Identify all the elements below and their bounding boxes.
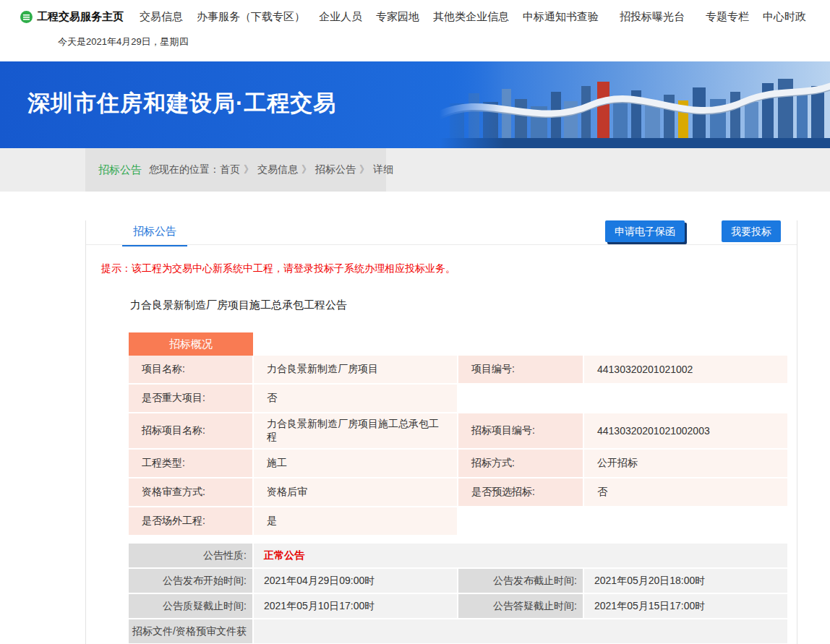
- breadcrumb-link-trade-info[interactable]: 交易信息: [257, 163, 298, 176]
- nav-item-special-columns[interactable]: 专题专栏: [706, 10, 749, 24]
- table-label: 招标项目编号:: [458, 413, 583, 448]
- page: 工程交易服务主页 交易信息 办事服务（下载专区） 企业人员 专家园地 其他类企业…: [0, 0, 830, 644]
- nav-item-trade-info[interactable]: 交易信息: [140, 10, 183, 24]
- top-navigation: 工程交易服务主页 交易信息 办事服务（下载专区） 企业人员 专家园地 其他类企业…: [0, 0, 830, 61]
- table-label: 公告发布开始时间:: [129, 569, 252, 593]
- table-label: 公告性质:: [129, 544, 252, 567]
- site-title: 深圳市住房和建设局·工程交易: [27, 88, 336, 119]
- table-empty-cell: [458, 385, 583, 412]
- table-label: 是否重大项目:: [129, 385, 252, 412]
- current-date-text: 今天是2021年4月29日，星期四: [0, 24, 830, 48]
- nav-item-enterprise-personnel[interactable]: 企业人员: [319, 10, 362, 24]
- table-value: [254, 619, 787, 643]
- breadcrumb: 招标公告 您现在的位置： 首页 》 交易信息 》 招标公告 》 详细: [85, 148, 386, 192]
- table-value: 44130320201021002003: [584, 413, 787, 448]
- breadcrumb-separator: 》: [244, 163, 254, 176]
- city-skyline-illustration: [440, 61, 830, 148]
- breadcrumb-current-detail: 详细: [373, 163, 393, 176]
- table-label: 项目名称:: [129, 356, 252, 383]
- table-value: 2021年05月10日17:00时: [254, 594, 457, 618]
- bid-overview-table: 项目名称: 力合良景新制造厂房项目 项目编号: 4413032020102100…: [129, 356, 789, 535]
- table-value: 公开招标: [584, 450, 787, 477]
- table-value: 44130320201021002: [584, 356, 787, 383]
- table-label: 资格审查方式:: [129, 478, 252, 506]
- breadcrumb-separator: 》: [301, 163, 312, 176]
- announcement-nature-value: 正常公告: [254, 544, 787, 567]
- table-value: 是: [254, 507, 457, 535]
- nav-item-other-enterprise-info[interactable]: 其他类企业信息: [433, 10, 509, 24]
- nav-item-home[interactable]: 工程交易服务主页: [37, 10, 124, 24]
- table-value: 施工: [254, 450, 457, 477]
- announcement-title: 力合良景新制造厂房项目施工总承包工程公告: [130, 299, 797, 312]
- table-label: 是否场外工程:: [129, 507, 252, 535]
- table-label: 公告发布截止时间:: [458, 569, 583, 593]
- table-label: 招标项目名称:: [129, 413, 252, 448]
- breadcrumb-separator: 》: [359, 163, 369, 176]
- table-empty-cell: [458, 507, 583, 535]
- i-want-to-bid-button[interactable]: 我要投标: [722, 220, 781, 242]
- breadcrumb-strip: 招标公告 您现在的位置： 首页 》 交易信息 》 招标公告 》 详细: [0, 148, 830, 192]
- nav-row: 工程交易服务主页 交易信息 办事服务（下载专区） 企业人员 专家园地 其他类企业…: [0, 0, 830, 24]
- nav-item-expert-garden[interactable]: 专家园地: [376, 10, 419, 24]
- breadcrumb-link-bid-announcement[interactable]: 招标公告: [315, 163, 356, 176]
- notice-text: 提示：该工程为交易中心新系统中工程，请登录投标子系统办理相应投标业务。: [101, 262, 797, 275]
- table-empty-cell: [584, 507, 787, 535]
- table-value: 2021年05月15日17:00时: [584, 594, 787, 618]
- breadcrumb-link-home[interactable]: 首页: [220, 163, 240, 176]
- breadcrumb-prefix: 您现在的位置：: [149, 163, 220, 176]
- table-value: 2021年05月20日18:00时: [584, 569, 787, 593]
- breadcrumb-section-label: 招标公告: [98, 163, 142, 177]
- section-header-bid-overview: 招标概况: [129, 332, 253, 356]
- tab-bar: 招标公告 申请电子保函 我要投标: [86, 220, 797, 245]
- table-label: 公告质疑截止时间:: [129, 594, 252, 618]
- site-banner: 深圳市住房和建设局·工程交易: [0, 61, 830, 148]
- table-value: 力合良景新制造厂房项目施工总承包工程: [254, 413, 457, 448]
- table-label: 公告答疑截止时间:: [458, 594, 583, 618]
- tab-bid-announcement[interactable]: 招标公告: [122, 220, 187, 246]
- table-value: 2021年04月29日09:00时: [254, 569, 457, 593]
- table-label: 招标方式:: [458, 450, 583, 477]
- table-value: 否: [584, 478, 787, 506]
- nav-item-services[interactable]: 办事服务（下载专区）: [197, 10, 305, 24]
- apply-e-guarantee-button[interactable]: 申请电子保函: [605, 220, 685, 242]
- table-label: 项目编号:: [458, 356, 583, 383]
- announcement-times-table: 公告性质: 正常公告 公告发布开始时间: 2021年04月29日09:00时 公…: [129, 544, 789, 643]
- main-content: 招标公告 申请电子保函 我要投标 提示：该工程为交易中心新系统中工程，请登录投标…: [85, 220, 797, 644]
- table-empty-cell: [584, 385, 787, 412]
- table-label: 工程类型:: [129, 450, 252, 477]
- nav-item-award-notice-check[interactable]: 中标通知书查验: [523, 10, 599, 24]
- nav-item-center-news[interactable]: 中心时政: [763, 10, 806, 24]
- table-label: 是否预选招标:: [458, 478, 583, 506]
- nav-item-bid-exposure[interactable]: 招投标曝光台: [620, 10, 685, 24]
- menu-icon: [20, 11, 33, 23]
- table-label: 招标文件/资格预审文件获: [129, 619, 252, 643]
- table-value: 资格后审: [254, 478, 457, 506]
- table-value: 否: [254, 385, 457, 412]
- table-value: 力合良景新制造厂房项目: [254, 356, 457, 383]
